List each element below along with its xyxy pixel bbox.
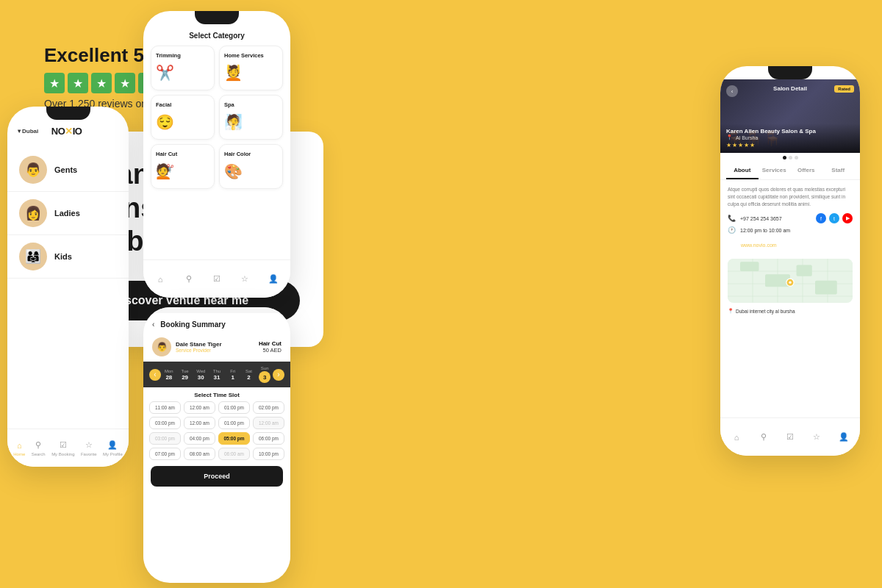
phone-notch: [46, 107, 90, 120]
home-services-icon: 💆: [224, 62, 243, 84]
time-slot[interactable]: 01:00 pm: [218, 417, 250, 429]
svg-rect-11: [815, 281, 837, 295]
list-item[interactable]: 👨 Gents: [7, 148, 129, 192]
hours-text: 12:00 pm to 10:00 am: [740, 228, 790, 233]
nav-home[interactable]: ⌂ Home: [13, 440, 25, 456]
home-icon: ⌂: [14, 440, 24, 451]
list-item[interactable]: 👨‍👩‍👧 Kids: [7, 235, 129, 279]
tab-staff[interactable]: Staff: [822, 162, 855, 179]
nav-search[interactable]: ⚲: [184, 274, 194, 284]
category-card-spa[interactable]: Spa 🧖: [219, 95, 283, 140]
twitter-icon[interactable]: t: [829, 213, 839, 223]
bottom-nav: ⌂ ⚲ ☑ ☆ 👤: [143, 259, 290, 298]
cal-day-wed[interactable]: Wed 30: [193, 369, 209, 381]
nav-search[interactable]: ⚲: [759, 432, 769, 442]
nav-home-label: Home: [13, 452, 25, 456]
nav-booking[interactable]: ☑: [212, 274, 222, 284]
profile-icon: 👤: [268, 274, 279, 284]
salon-detail-header: Salon Detail: [773, 85, 807, 92]
nav-favorite[interactable]: ☆ Favorite: [81, 440, 97, 456]
service-name: Hair Cut: [259, 340, 282, 347]
spa-icon: 🧖: [224, 111, 243, 133]
time-slot[interactable]: 03:00 pm: [149, 417, 181, 429]
nav-profile[interactable]: 👤: [839, 432, 849, 442]
profile-icon: 👤: [107, 440, 118, 451]
map-preview[interactable]: [728, 259, 853, 303]
nav-home[interactable]: ⌂: [155, 274, 165, 284]
booking-icon: ☑: [212, 274, 222, 284]
category-card-facial[interactable]: Facial 😌: [151, 95, 215, 140]
calendar-strip: ‹ Mon 28 Tue 29 Wed 30 Thu 31 Fri 1 Sat …: [143, 362, 290, 387]
time-slot-active[interactable]: 05:00 pm: [218, 432, 250, 445]
time-slot[interactable]: 08:00 am: [184, 448, 215, 460]
cal-day-sun[interactable]: Sun 3: [257, 366, 273, 383]
category-card-home-services[interactable]: Home Services 💆: [219, 46, 283, 90]
category-card-haircolor[interactable]: Hair Color 🎨: [219, 144, 283, 189]
nav-profile[interactable]: 👤: [268, 274, 279, 284]
dot-2: [789, 156, 792, 159]
nav-fav[interactable]: ☆: [240, 274, 250, 284]
nav-fav[interactable]: ☆: [811, 432, 822, 442]
svg-point-13: [789, 282, 791, 284]
provider-role: Service Provider: [176, 348, 222, 353]
gender-label: Kids: [54, 252, 72, 261]
salon-tabs: About Services Offers Staff: [720, 162, 860, 180]
time-slot[interactable]: 02:00 pm: [253, 401, 284, 414]
time-slot[interactable]: 07:00 pm: [149, 448, 181, 460]
tab-about[interactable]: About: [726, 162, 759, 179]
clock-icon: 🕐: [728, 226, 736, 234]
phone-icon: 📞: [728, 215, 736, 222]
tab-services[interactable]: Services: [759, 162, 791, 179]
time-slot[interactable]: 12:00 am: [184, 401, 215, 414]
star-1: ★: [44, 73, 65, 93]
star-3: ★: [91, 73, 112, 93]
provider-info: 👨 Dale Stane Tiger Service Provider: [152, 337, 222, 356]
time-slot-disabled: 03:00 pm: [149, 432, 181, 445]
list-item[interactable]: 👩 Ladies: [7, 192, 129, 235]
website-link[interactable]: www.novio.com: [741, 243, 777, 248]
back-icon[interactable]: ‹: [726, 85, 738, 97]
nav-search[interactable]: ⚲ Search: [32, 440, 46, 456]
back-icon[interactable]: ‹: [152, 320, 154, 329]
nav-profile[interactable]: 👤 My Profile: [103, 440, 123, 456]
social-icons: f t ▶: [816, 213, 853, 223]
cal-day-mon[interactable]: Mon 28: [161, 369, 177, 381]
tab-offers[interactable]: Offers: [790, 162, 822, 179]
nav-booking[interactable]: ☑ My Booking: [51, 440, 74, 456]
location-label: Dubai: [22, 128, 38, 135]
star-icon: ★: [726, 142, 731, 148]
time-slot[interactable]: 10:00 pm: [253, 448, 284, 460]
gender-list: 👨 Gents 👩 Ladies 👨‍👩‍👧 Kids: [7, 143, 129, 284]
nav-booking[interactable]: ☑: [785, 432, 795, 442]
cal-next[interactable]: ›: [273, 369, 284, 381]
category-name: Trimming: [156, 52, 181, 59]
booking-header: ‹ Booking Summary: [143, 313, 290, 333]
time-slot[interactable]: 06:00 pm: [253, 432, 284, 445]
time-slot[interactable]: 11:00 am: [149, 401, 181, 414]
search-icon: ⚲: [184, 274, 194, 284]
time-slots-grid: 11:00 am 12:00 am 01:00 pm 02:00 pm 03:0…: [143, 401, 290, 460]
youtube-icon[interactable]: ▶: [842, 213, 853, 223]
fav-icon: ☆: [240, 274, 250, 284]
nav-search-label: Search: [32, 452, 46, 456]
location-pill[interactable]: ▾ Dubai: [18, 128, 38, 135]
phone-header: ▾ Dubai NO✕IO: [7, 120, 129, 143]
salon-hero: 🪑🪑🪑 ‹ Salon Detail Rated Karen Allen Bea…: [720, 79, 860, 153]
time-slot[interactable]: 12:00 am: [184, 417, 215, 429]
time-slot[interactable]: 01:00 pm: [218, 401, 250, 414]
nav-profile-label: My Profile: [103, 452, 123, 456]
facebook-icon[interactable]: f: [816, 213, 826, 223]
category-card-haircut[interactable]: Hair Cut 💇: [151, 144, 215, 189]
cal-day-fri[interactable]: Fri 1: [225, 369, 241, 381]
star-icon: ★: [732, 142, 737, 148]
category-card-trimming[interactable]: Trimming ✂️: [151, 46, 215, 90]
phone-row: 📞 +97 254 254 3657 f t ▶: [728, 213, 853, 223]
cal-prev[interactable]: ‹: [149, 369, 161, 381]
cal-day-thu[interactable]: Thu 31: [209, 369, 225, 381]
cal-day-tue[interactable]: Tue 29: [177, 369, 193, 381]
salon-badge: Rated: [834, 85, 854, 93]
nav-home[interactable]: ⌂: [731, 432, 742, 442]
cal-day-sat[interactable]: Sat 2: [241, 369, 257, 381]
time-slot[interactable]: 04:00 pm: [184, 432, 215, 445]
proceed-button[interactable]: Proceed: [151, 466, 283, 487]
